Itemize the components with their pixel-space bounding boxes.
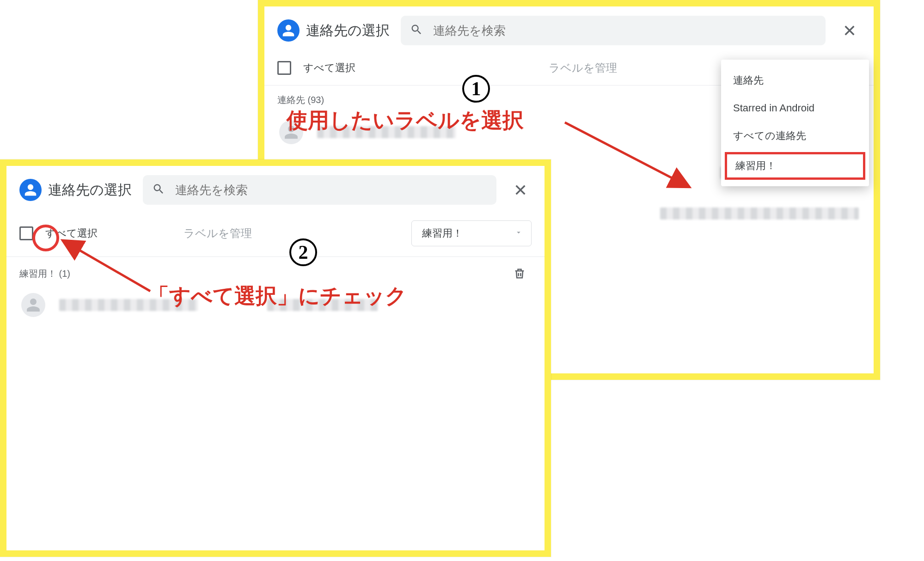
dialog-header: 連絡先の選択: [264, 6, 874, 55]
dialog-header: 連絡先の選択: [6, 166, 545, 214]
avatar: [21, 293, 45, 317]
contact-name-redacted: [59, 299, 198, 311]
dialog-select-contacts-2: 連絡先の選択 すべて選択 ラベルを管理 練習用！ 練習用！ (1): [0, 159, 551, 557]
search-input[interactable]: [174, 183, 487, 198]
select-all-label: すべて選択: [45, 226, 98, 240]
close-button[interactable]: [838, 19, 861, 42]
manage-labels-button[interactable]: ラベルを管理: [549, 61, 617, 75]
search-icon: [410, 23, 423, 38]
search-input[interactable]: [432, 23, 816, 38]
close-button[interactable]: [509, 179, 532, 201]
label-select-value: 練習用！: [422, 226, 463, 240]
label-dropdown-menu: 連絡先 Starred in Android すべての連絡先 練習用！: [721, 60, 869, 186]
label-select[interactable]: 練習用！: [411, 220, 532, 246]
menu-item-starred[interactable]: Starred in Android: [721, 95, 869, 122]
select-all-label: すべて選択: [303, 61, 355, 75]
delete-button[interactable]: [511, 265, 528, 282]
contact-email-redacted: [267, 299, 378, 311]
menu-item-contacts[interactable]: 連絡先: [721, 66, 869, 95]
dialog-toolbar: すべて選択 ラベルを管理 練習用！: [6, 214, 545, 257]
list-item[interactable]: [18, 285, 533, 325]
select-all-checkbox[interactable]: [19, 226, 33, 240]
contact-email-redacted: [660, 207, 859, 220]
search-field[interactable]: [401, 16, 826, 45]
contacts-app-icon: [19, 179, 42, 201]
avatar: [279, 120, 303, 144]
menu-item-practice[interactable]: 練習用！: [725, 152, 865, 180]
search-field[interactable]: [143, 175, 496, 205]
dialog-title: 連絡先の選択: [306, 21, 390, 40]
chevron-down-icon: [514, 227, 523, 239]
contact-list: [6, 282, 545, 328]
select-all-checkbox[interactable]: [277, 61, 291, 75]
contacts-app-icon: [277, 19, 300, 42]
dialog-title: 連絡先の選択: [48, 181, 132, 200]
search-icon: [152, 183, 165, 197]
menu-item-all-contacts[interactable]: すべての連絡先: [721, 122, 869, 150]
contact-name-redacted: [317, 126, 456, 138]
manage-labels-button[interactable]: ラベルを管理: [184, 226, 252, 241]
section-header: 練習用！ (1): [19, 268, 70, 280]
